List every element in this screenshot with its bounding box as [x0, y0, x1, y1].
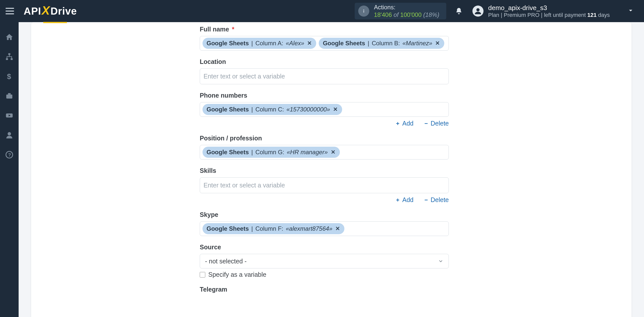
chip-remove-icon[interactable]: ✕ [435, 40, 440, 47]
label-location: Location [200, 58, 449, 65]
label-position: Position / profession [200, 135, 449, 142]
input-position[interactable]: Google Sheets| Column G: «HR manager» ✕ [200, 145, 449, 160]
label-telegram: Telegram [200, 286, 449, 293]
chevron-down-icon [627, 7, 634, 15]
checkbox-source-variable-label: Specify as a variable [208, 271, 266, 278]
checkbox-source-variable-input[interactable] [200, 272, 205, 278]
briefcase-icon [5, 92, 13, 100]
select-source-value: - not selected - [205, 258, 247, 265]
minus-icon [424, 197, 429, 203]
add-button-skills[interactable]: Add [395, 196, 413, 204]
sitemap-icon [5, 53, 13, 61]
input-skills[interactable] [200, 177, 449, 193]
label-source: Source [200, 244, 449, 251]
actions-of: of [393, 11, 398, 18]
svg-rect-5 [11, 58, 13, 60]
question-icon: ? [5, 151, 13, 159]
user-plan: Plan | Premium PRO | left until payment … [488, 12, 610, 18]
nav-account[interactable] [5, 130, 14, 140]
input-full-name[interactable]: Google Sheets| Column A: «Alex» ✕ Google… [200, 36, 449, 51]
user-text: demo_apix-drive_s3 Plan | Premium PRO | … [488, 4, 610, 18]
actions-total: 100'000 [400, 11, 422, 18]
chip-remove-icon[interactable]: ✕ [335, 225, 340, 232]
bell-icon [455, 7, 463, 15]
main-card: Full name * Google Sheets| Column A: «Al… [31, 22, 631, 317]
add-button-phone[interactable]: Add [395, 120, 413, 127]
chevron-down-icon [438, 258, 444, 264]
svg-rect-3 [8, 53, 10, 55]
logo-underline [43, 22, 67, 23]
youtube-icon [5, 111, 13, 120]
svg-point-2 [476, 8, 480, 12]
actions-text: Actions: 18'406 of 100'000 (18%) [374, 4, 439, 19]
dollar-icon: $ [5, 72, 13, 80]
label-phone: Phone numbers [200, 92, 449, 99]
nav-video[interactable] [5, 111, 14, 120]
field-full-name: Full name * Google Sheets| Column A: «Al… [200, 26, 449, 51]
svg-rect-1 [364, 11, 364, 13]
chip-full-name-0[interactable]: Google Sheets| Column A: «Alex» ✕ [203, 38, 316, 49]
chip-position-0[interactable]: Google Sheets| Column G: «HR manager» ✕ [203, 147, 340, 158]
input-skype[interactable]: Google Sheets| Column F: «alexmart87564»… [200, 221, 449, 236]
field-source: Source - not selected - Specify as a var… [200, 244, 449, 278]
field-skype: Skype Google Sheets| Column F: «alexmart… [200, 211, 449, 236]
input-location[interactable] [200, 68, 449, 84]
info-icon [358, 6, 369, 17]
nav-billing[interactable]: $ [5, 71, 14, 81]
plus-icon [395, 197, 400, 203]
svg-rect-4 [6, 58, 8, 60]
menu-toggle-button[interactable] [6, 6, 17, 17]
logo-text-drive: Drive [51, 6, 77, 17]
user-name: demo_apix-drive_s3 [488, 4, 610, 12]
chip-remove-icon[interactable]: ✕ [333, 106, 338, 113]
plus-icon [395, 121, 400, 126]
checkbox-source-variable[interactable]: Specify as a variable [200, 271, 449, 278]
label-skype: Skype [200, 211, 449, 218]
user-menu[interactable]: demo_apix-drive_s3 Plan | Premium PRO | … [472, 4, 634, 18]
delete-button-skills[interactable]: Delete [424, 196, 449, 204]
field-position: Position / profession Google Sheets| Col… [200, 135, 449, 160]
avatar-icon [472, 6, 484, 17]
app-logo[interactable]: API X Drive [24, 4, 77, 18]
connection-form: Full name * Google Sheets| Column A: «Al… [200, 22, 449, 296]
home-icon [5, 33, 13, 41]
field-phone: Phone numbers Google Sheets| Column C: «… [200, 92, 449, 127]
input-location-text[interactable] [203, 70, 446, 83]
field-telegram: Telegram [200, 286, 449, 293]
label-skills: Skills [200, 167, 449, 174]
nav-connections[interactable] [5, 52, 14, 61]
svg-text:?: ? [8, 152, 11, 157]
chip-phone-0[interactable]: Google Sheets| Column C: «15730000000» ✕ [203, 104, 342, 115]
svg-rect-8 [8, 93, 11, 94]
actions-label: Actions: [374, 4, 439, 11]
svg-text:$: $ [7, 72, 11, 80]
field-skills: Skills Add Delete [200, 167, 449, 204]
left-sidebar: $ ? [0, 22, 19, 317]
delete-button-phone[interactable]: Delete [424, 120, 449, 127]
user-icon [5, 131, 13, 139]
nav-projects[interactable] [5, 91, 14, 101]
chip-remove-icon[interactable]: ✕ [307, 40, 312, 47]
nav-home[interactable] [5, 32, 14, 42]
chip-remove-icon[interactable]: ✕ [330, 149, 336, 155]
actions-count: 18'406 [374, 11, 392, 18]
select-source[interactable]: - not selected - [200, 254, 449, 268]
label-full-name: Full name [200, 26, 229, 33]
actions-counter[interactable]: Actions: 18'406 of 100'000 (18%) [355, 3, 446, 19]
logo-text-api: API [24, 6, 41, 17]
app-header: API X Drive Actions: 18'406 of 100'000 (… [0, 0, 644, 22]
svg-point-0 [364, 10, 365, 11]
logo-text-x: X [42, 4, 50, 17]
svg-rect-7 [6, 95, 12, 99]
minus-icon [424, 121, 429, 126]
input-skills-text[interactable] [203, 179, 446, 191]
input-phone[interactable]: Google Sheets| Column C: «15730000000» ✕ [200, 102, 449, 117]
chip-full-name-1[interactable]: Google Sheets| Column B: «Martinez» ✕ [319, 38, 444, 49]
notifications-button[interactable] [453, 6, 464, 17]
chip-skype-0[interactable]: Google Sheets| Column F: «alexmart87564»… [203, 223, 344, 234]
required-marker: * [232, 26, 234, 33]
nav-help[interactable]: ? [5, 150, 14, 160]
svg-point-10 [8, 132, 11, 135]
actions-percent: (18%) [423, 11, 439, 18]
field-location: Location [200, 58, 449, 84]
